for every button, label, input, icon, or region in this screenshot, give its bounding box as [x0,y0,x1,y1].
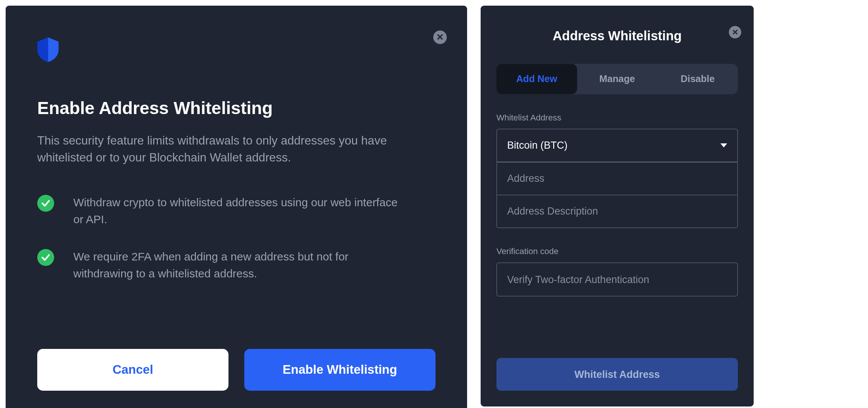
chevron-down-icon [721,143,727,148]
tab-disable[interactable]: Disable [657,64,738,94]
whitelist-address-label: Whitelist Address [496,113,738,122]
enable-whitelisting-dialog: ✕ Enable Address Whitelisting This secur… [6,6,467,408]
verification-code-group [496,263,738,297]
close-button[interactable]: ✕ [433,30,447,44]
whitelist-address-group: Bitcoin (BTC) [496,129,738,228]
dialog-description: This security feature limits withdrawals… [37,132,432,166]
close-icon: ✕ [732,28,739,36]
check-icon [37,195,54,212]
close-button[interactable]: ✕ [729,26,741,38]
dialog-button-row: Cancel Enable Whitelisting [37,349,436,391]
feature-bullet-list: Withdraw crypto to whitelisted addresses… [37,193,436,282]
tab-manage[interactable]: Manage [577,64,657,94]
tab-add-new[interactable]: Add New [496,64,577,94]
panel-title: Address Whitelisting [496,28,738,44]
close-icon: ✕ [436,33,444,42]
whitelist-address-button[interactable]: Whitelist Address [496,358,738,391]
dialog-title: Enable Address Whitelisting [37,98,436,119]
whitelist-tabbar: Add New Manage Disable [496,64,738,94]
address-input[interactable] [497,162,737,195]
verification-code-label: Verification code [496,246,738,256]
currency-select-value: Bitcoin (BTC) [507,140,568,152]
address-description-input[interactable] [497,195,737,228]
cancel-button[interactable]: Cancel [37,349,229,391]
feature-bullet-text: We require 2FA when adding a new address… [73,248,401,282]
feature-bullet: We require 2FA when adding a new address… [37,248,436,282]
feature-bullet-text: Withdraw crypto to whitelisted addresses… [73,193,401,227]
check-icon [37,249,54,266]
verification-code-input[interactable] [497,263,737,296]
shield-icon [37,37,436,98]
address-whitelisting-panel: ✕ Address Whitelisting Add New Manage Di… [481,6,754,406]
currency-select[interactable]: Bitcoin (BTC) [497,129,737,162]
enable-whitelisting-button[interactable]: Enable Whitelisting [244,349,436,391]
feature-bullet: Withdraw crypto to whitelisted addresses… [37,193,436,227]
